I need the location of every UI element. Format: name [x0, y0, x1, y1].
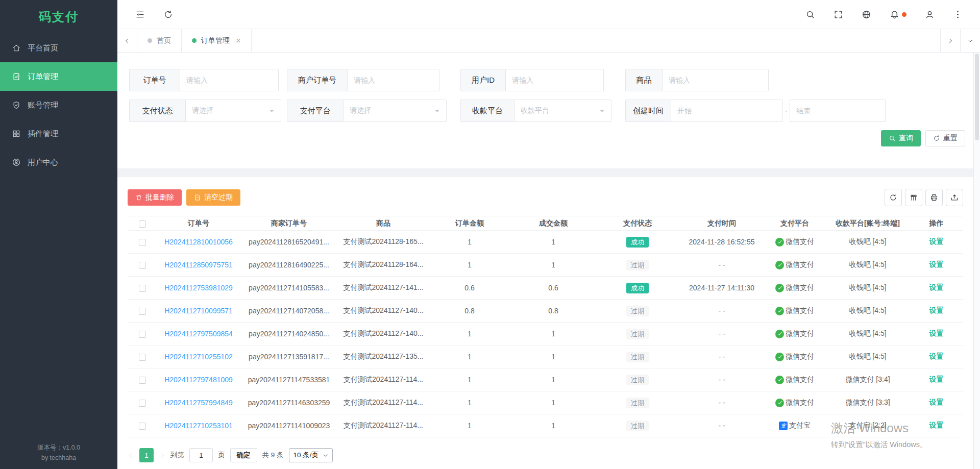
page-size-select[interactable]: 10 条/页 — [289, 448, 333, 462]
order-no-link[interactable]: H2024112710253101 — [164, 422, 233, 430]
pay-time: - - — [679, 399, 765, 407]
col-amount: 订单金额 — [429, 219, 510, 228]
date-end-input[interactable] — [790, 100, 886, 122]
reset-button[interactable]: 重置 — [925, 130, 965, 146]
tabs-scroll-left[interactable] — [117, 29, 137, 52]
settings-link[interactable]: 设置 — [929, 260, 944, 268]
pagination: 1 到第 页 确定 共 9 条 10 条/页 — [128, 448, 333, 462]
row-checkbox[interactable] — [139, 239, 146, 246]
wechat-icon — [775, 353, 784, 361]
close-tab-icon[interactable]: × — [236, 36, 241, 45]
collapse-menu-button[interactable] — [135, 10, 145, 19]
recv-platform-select[interactable]: 收款平台 — [514, 100, 611, 122]
tabs-scroll-right[interactable] — [940, 29, 960, 52]
search-submit-button[interactable]: 查询 — [881, 130, 921, 146]
order-no-link[interactable]: H2024112757994849 — [164, 399, 233, 407]
row-checkbox[interactable] — [139, 308, 146, 315]
fullscreen-button[interactable] — [834, 10, 843, 19]
order-no-input[interactable] — [180, 69, 279, 91]
recv-account: 支付宝 [2:2] — [825, 421, 911, 430]
export-button[interactable] — [946, 189, 963, 206]
menu-icon — [12, 43, 21, 53]
row-checkbox[interactable] — [139, 331, 146, 338]
col-paid: 成交金额 — [510, 219, 596, 228]
row-checkbox[interactable] — [139, 377, 146, 384]
user-button[interactable] — [925, 10, 935, 19]
filter-order-no: 订单号 — [129, 69, 279, 91]
scrollbar-thumb[interactable] — [975, 54, 979, 140]
settings-link[interactable]: 设置 — [929, 329, 944, 337]
settings-link[interactable]: 设置 — [929, 283, 944, 291]
platform-name: 微信支付 — [786, 398, 814, 407]
more-menu-button[interactable] — [953, 10, 963, 19]
order-no-link[interactable]: H2024112810010056 — [164, 238, 233, 246]
sidebar-item[interactable]: 用户中心 — [0, 148, 117, 177]
jump-confirm-button[interactable]: 确定 — [230, 448, 257, 462]
clear-expired-button[interactable]: 清空过期 — [186, 189, 240, 206]
row-checkbox[interactable] — [139, 423, 146, 430]
order-no-link[interactable]: H2024112797481009 — [164, 376, 233, 384]
product-input[interactable] — [662, 69, 769, 91]
prev-page-button[interactable] — [128, 452, 134, 459]
recv-account: 收钱吧 [4:5] — [825, 352, 911, 361]
row-checkbox[interactable] — [139, 285, 146, 292]
recv-account: 收钱吧 [4:5] — [825, 283, 911, 292]
search-button[interactable] — [805, 10, 815, 19]
reset-icon — [933, 135, 940, 142]
date-start-input[interactable] — [671, 100, 783, 122]
jump-page-input[interactable] — [189, 448, 213, 462]
row-checkbox[interactable] — [139, 262, 146, 269]
search-icon — [889, 135, 896, 142]
settings-link[interactable]: 设置 — [929, 375, 944, 383]
notification-dot — [902, 12, 906, 17]
order-no-link[interactable]: H2024112797509854 — [164, 330, 233, 338]
pay-status-select[interactable]: 请选择 — [185, 100, 281, 122]
filter-label: 支付状态 — [129, 100, 185, 122]
settings-link[interactable]: 设置 — [929, 237, 944, 245]
settings-link[interactable]: 设置 — [929, 352, 944, 360]
print-button[interactable] — [925, 189, 943, 206]
sidebar-item-label: 订单管理 — [28, 72, 58, 82]
pay-time: - - — [679, 353, 765, 361]
select-all-checkbox[interactable] — [139, 220, 146, 228]
row-checkbox[interactable] — [139, 400, 146, 407]
order-no-link[interactable]: H2024112850975751 — [164, 261, 233, 269]
tabs-menu-toggle[interactable] — [960, 29, 980, 52]
scrollbar[interactable] — [973, 53, 980, 469]
order-amount: 1 — [429, 330, 510, 338]
filter-merchant-no: 商户订单号 — [287, 69, 439, 91]
merchant-no-input[interactable] — [347, 69, 439, 91]
pay-platform-select[interactable]: 请选择 — [343, 100, 447, 122]
settings-link[interactable]: 设置 — [929, 398, 944, 406]
order-no-link[interactable]: H2024112710099571 — [164, 307, 233, 315]
table-refresh-button[interactable] — [885, 189, 902, 206]
user-id-input[interactable] — [505, 69, 604, 91]
paid-amount: 1 — [510, 399, 596, 407]
notifications-button[interactable] — [890, 10, 906, 19]
sidebar-item[interactable]: 账号管理 — [0, 91, 117, 119]
sidebar-item[interactable]: 平台首页 — [0, 34, 117, 62]
next-page-button[interactable] — [159, 452, 165, 459]
page-number-active[interactable]: 1 — [139, 448, 154, 462]
chevron-right-icon — [947, 37, 954, 44]
row-checkbox[interactable] — [139, 354, 146, 361]
settings-link[interactable]: 设置 — [929, 306, 944, 314]
order-no-link[interactable]: H2024112753981029 — [164, 284, 233, 292]
tab-home[interactable]: 首页 — [137, 29, 182, 52]
tab-orders[interactable]: 订单管理 × — [182, 29, 252, 52]
order-no-link[interactable]: H2024112710255102 — [164, 353, 233, 361]
sidebar: 码支付 平台首页 订单管理 账号管理 插件管理 — [0, 0, 117, 469]
version-label: 版本号：v1.0.0 — [0, 442, 117, 453]
filter-pay-status: 支付状态 请选择 — [129, 100, 281, 122]
refresh-page-button[interactable] — [163, 10, 173, 19]
sidebar-item-label: 账号管理 — [28, 101, 58, 110]
language-button[interactable] — [862, 10, 871, 19]
sidebar-item[interactable]: 订单管理 — [0, 62, 117, 91]
batch-delete-button[interactable]: 批量删除 — [128, 189, 182, 206]
order-amount: 1 — [429, 399, 510, 407]
status-badge: 成功 — [626, 283, 649, 293]
platform-name: 微信支付 — [786, 352, 814, 361]
column-settings-button[interactable] — [905, 189, 922, 206]
sidebar-item[interactable]: 插件管理 — [0, 119, 117, 148]
settings-link[interactable]: 设置 — [929, 421, 944, 429]
